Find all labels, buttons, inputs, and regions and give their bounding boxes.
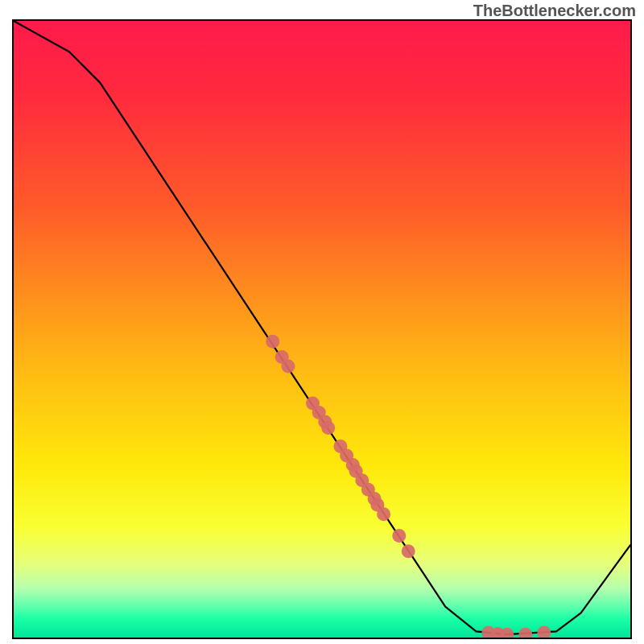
- chart-marker: [402, 544, 415, 558]
- chart-marker: [377, 507, 390, 521]
- chart-marker: [266, 335, 279, 349]
- chart-marker: [537, 625, 551, 638]
- chart-marker: [281, 360, 295, 374]
- chart-curve: [14, 21, 630, 634]
- chart-marker: [321, 421, 335, 435]
- bottleneck-chart: [12, 19, 632, 639]
- watermark-text: TheBottlenecker.com: [473, 2, 636, 20]
- chart-markers: [266, 335, 551, 638]
- chart-overlay: [14, 21, 630, 638]
- chart-marker: [392, 529, 406, 543]
- chart-marker: [518, 628, 532, 638]
